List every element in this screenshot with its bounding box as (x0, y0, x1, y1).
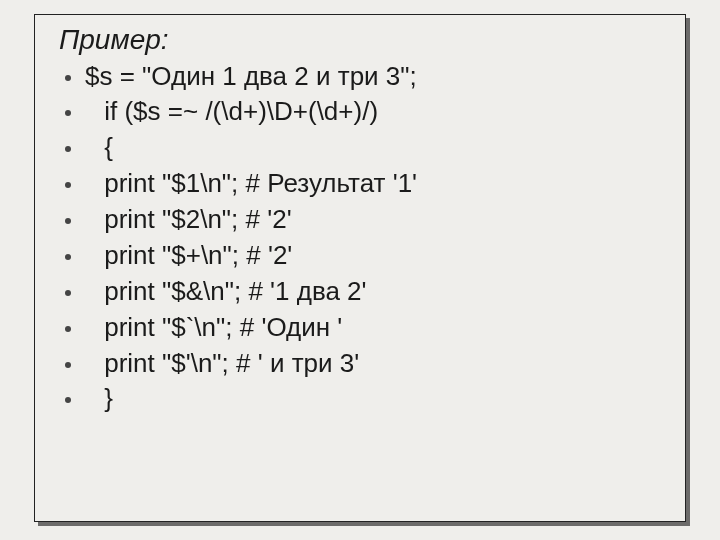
code-panel: Пример: $s = "Один 1 два 2 и три 3"; if … (34, 14, 686, 522)
example-title: Пример: (59, 23, 661, 57)
code-line: { (59, 130, 661, 166)
code-line: if ($s =~ /(\d+)\D+(\d+)/) (59, 94, 661, 130)
code-line: print "$1\n"; # Результат '1' (59, 166, 661, 202)
code-line: print "$`\n"; # 'Один ' (59, 310, 661, 346)
code-list: $s = "Один 1 два 2 и три 3"; if ($s =~ /… (59, 59, 661, 418)
code-line: print "$+\n"; # '2' (59, 238, 661, 274)
code-line: print "$2\n"; # '2' (59, 202, 661, 238)
code-line: } (59, 381, 661, 417)
code-line: $s = "Один 1 два 2 и три 3"; (59, 59, 661, 95)
code-line: print "$'\n"; # ' и три 3' (59, 346, 661, 382)
code-line: print "$&\n"; # '1 два 2' (59, 274, 661, 310)
